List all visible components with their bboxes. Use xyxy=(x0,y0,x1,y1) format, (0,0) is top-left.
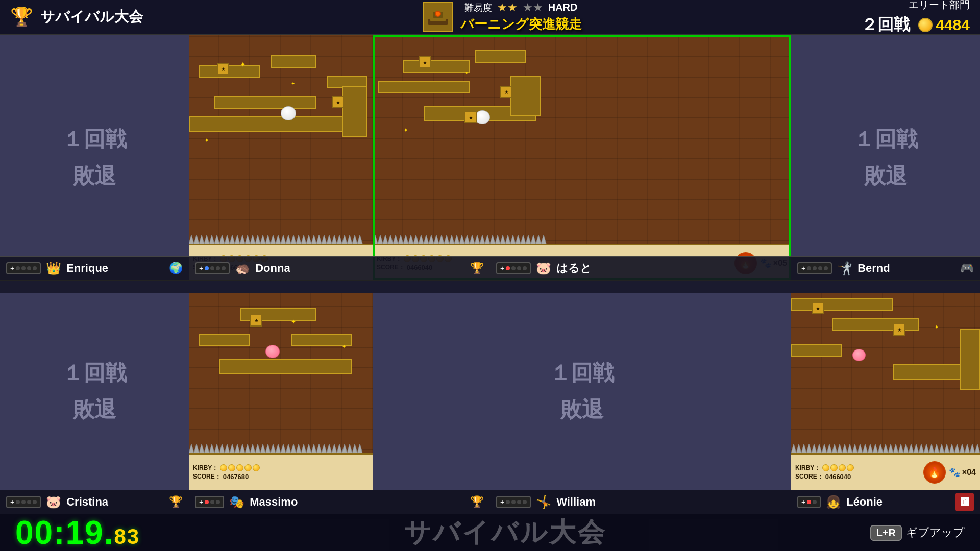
svg-point-4 xyxy=(436,12,440,16)
game-area: １回戦 敗退 ✦ ✦ xyxy=(0,35,980,551)
difficulty-row: 難易度 ★★ ★★ HARD xyxy=(464,1,578,14)
ctrl-leonie: + xyxy=(797,496,821,508)
name-bar-cristina: + 🐷 Cristina 🏆 xyxy=(0,490,189,514)
panel-enrique: １回戦 敗退 xyxy=(0,35,189,281)
coin-icon xyxy=(918,18,933,32)
badge-enrique: 🌍 xyxy=(169,262,183,275)
ctrl-cristina: + xyxy=(6,496,41,508)
bottom-bar: 00:19.83 サバイバル大会 L+R ギブアップ xyxy=(0,514,980,551)
panel-william: １回戦 敗退 xyxy=(373,293,791,490)
course-name: バーニング突進競走 xyxy=(460,15,582,33)
elim-line1-cristina: １回戦 xyxy=(62,359,127,387)
avatar-haruto: 🐷 xyxy=(536,261,551,276)
elim-line2-enrique: 敗退 xyxy=(73,162,116,190)
tournament-title: サバイバル大会 xyxy=(40,7,143,27)
game-canvas-leonie: ✦ ★ ★ KIRBY： xyxy=(791,293,980,490)
avatar-donna: 🦔 xyxy=(235,261,250,276)
hard-label: HARD xyxy=(548,2,578,13)
elite-label: エリート部門 xyxy=(909,0,970,12)
top-center: 難易度 ★★ ★★ HARD バーニング突進競走 xyxy=(423,1,582,33)
ctrl-donna: + xyxy=(195,262,230,274)
timer-main: 00:19. xyxy=(15,514,114,551)
panel-leonie: ✦ ★ ★ KIRBY： xyxy=(791,293,980,490)
avatar-bernd: 🤺 xyxy=(837,261,852,276)
game-hud-leonie: KIRBY： SCORE： 0466040 xyxy=(791,453,980,490)
elim-line1-bernd: １回戦 xyxy=(853,125,918,154)
ctrl-haruto: + xyxy=(496,262,531,274)
badge-bernd: 🎮 xyxy=(960,262,974,275)
name-donna: Donna xyxy=(255,262,465,275)
elim-line2-cristina: 敗退 xyxy=(73,395,116,424)
avatar-william: 🤸 xyxy=(536,495,551,509)
elim-line1-enrique: １回戦 xyxy=(62,125,127,154)
badge-donna: 🏆 xyxy=(470,262,484,275)
coin-count: 4484 xyxy=(936,16,970,34)
rank-leonie: 🅰 xyxy=(955,493,974,511)
timer: 00:19.83 xyxy=(15,514,140,551)
fireball-icon-leonie: 🔥 xyxy=(923,461,946,484)
ctrl-enrique: + xyxy=(6,262,41,274)
give-up-hint: L+R ギブアップ xyxy=(870,525,965,541)
bottom-name-bars: + 🐷 Cristina 🏆 + 🎭 Mas xyxy=(0,490,980,514)
name-bar-haruto: + 🐷 はると xyxy=(490,256,791,281)
avatar-enrique: 👑 xyxy=(46,261,61,276)
name-bar-william: + 🤸 William xyxy=(490,490,791,514)
name-william: William xyxy=(556,495,785,509)
lives-leonie: 🐾 ×04 xyxy=(949,467,976,478)
panel-cristina: １回戦 敗退 xyxy=(0,293,189,490)
timer-sub: 83 xyxy=(114,524,140,548)
bottom-row: １回戦 敗退 ✦ ✦ ★ xyxy=(0,293,980,514)
game-canvas-haruto: ✦ ✦ ★ ★ ★ KIRBY： xyxy=(373,35,791,281)
course-icon xyxy=(423,2,453,32)
lr-badge: L+R xyxy=(870,525,902,541)
avatar-cristina: 🐷 xyxy=(46,495,61,509)
ctrl-massimo: + xyxy=(195,496,224,508)
panel-haruto: ✦ ✦ ★ ★ ★ KIRBY： xyxy=(373,35,791,281)
score-leonie: 0466040 xyxy=(825,473,851,481)
name-bernd: Bernd xyxy=(857,262,955,275)
name-haruto: はると xyxy=(556,261,785,276)
name-bar-bernd: + 🤺 Bernd 🎮 xyxy=(791,256,980,281)
give-up-text: ギブアップ xyxy=(906,525,965,540)
name-bar-leonie: + 👧 Léonie 🅰 xyxy=(791,490,980,514)
top-row: １回戦 敗退 ✦ ✦ xyxy=(0,35,980,281)
trophy-icon: 🏆 xyxy=(10,6,33,28)
center-title: サバイバル大会 xyxy=(404,515,606,550)
badge-massimo: 🏆 xyxy=(470,495,484,509)
panel-bernd: １回戦 敗退 xyxy=(791,35,980,281)
ctrl-bernd: + xyxy=(797,262,832,274)
name-leonie: Léonie xyxy=(846,495,950,509)
round-label: ２回戦 xyxy=(861,14,910,36)
elim-line2-william: 敗退 xyxy=(560,395,603,424)
score-massimo: 0467680 xyxy=(223,473,249,481)
top-right: エリート部門 ２回戦 4484 xyxy=(861,0,970,36)
name-bar-enrique: + 👑 Enrique 🌍 xyxy=(0,256,189,281)
difficulty-label: 難易度 xyxy=(464,2,492,14)
avatar-leonie: 👧 xyxy=(826,495,841,509)
elim-line1-william: １回戦 xyxy=(550,359,614,387)
name-enrique: Enrique xyxy=(66,262,164,275)
elim-line2-bernd: 敗退 xyxy=(864,162,907,190)
top-bar: 🏆 サバイバル大会 難易度 ★★ ★★ HARD バーニング突進競走 エリート部… xyxy=(0,0,980,35)
name-massimo: Massimo xyxy=(250,495,465,509)
name-bar-donna: + 🦔 Donna 🏆 xyxy=(189,256,490,281)
coin-row: 4484 xyxy=(918,16,970,34)
ctrl-william: + xyxy=(496,496,531,508)
avatar-massimo: 🎭 xyxy=(229,495,244,509)
top-left: 🏆 サバイバル大会 xyxy=(10,6,143,28)
name-bar-massimo: + 🎭 Massimo 🏆 xyxy=(189,490,490,514)
badge-cristina: 🏆 xyxy=(169,495,183,509)
top-name-bars: + 👑 Enrique 🌍 + 🦔 Donna 🏆 xyxy=(0,256,980,281)
name-cristina: Cristina xyxy=(66,495,164,509)
